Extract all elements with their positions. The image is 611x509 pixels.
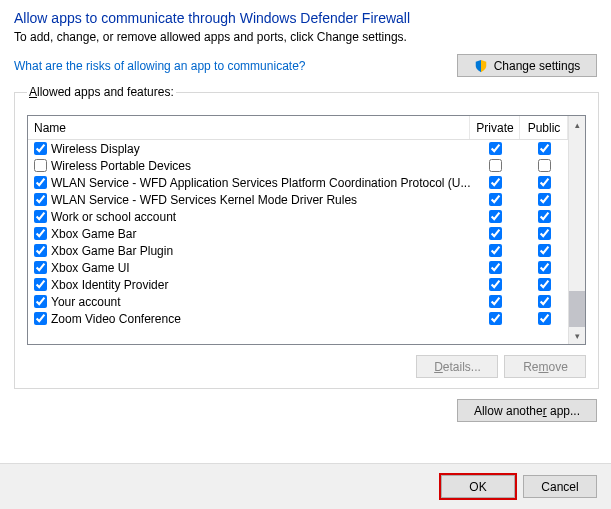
app-private-checkbox[interactable] xyxy=(489,176,502,189)
app-private-checkbox[interactable] xyxy=(489,261,502,274)
list-item[interactable]: WLAN Service - WFD Application Services … xyxy=(28,174,568,191)
app-public-checkbox[interactable] xyxy=(538,295,551,308)
list-item[interactable]: Xbox Game Bar xyxy=(28,225,568,242)
app-private-checkbox[interactable] xyxy=(489,295,502,308)
app-allowed-checkbox[interactable] xyxy=(34,210,47,223)
remove-label: Remove xyxy=(523,360,568,374)
list-item[interactable]: Zoom Video Conference xyxy=(28,310,568,327)
allow-another-label: Allow another app... xyxy=(474,404,580,418)
scroll-up-button[interactable]: ▴ xyxy=(569,116,585,133)
app-private-checkbox[interactable] xyxy=(489,278,502,291)
app-public-checkbox[interactable] xyxy=(538,227,551,240)
app-name-label: WLAN Service - WFD Services Kernel Mode … xyxy=(51,193,470,207)
app-public-checkbox[interactable] xyxy=(538,176,551,189)
app-name-label: WLAN Service - WFD Application Services … xyxy=(51,176,470,190)
app-allowed-checkbox[interactable] xyxy=(34,278,47,291)
list-item[interactable]: WLAN Service - WFD Services Kernel Mode … xyxy=(28,191,568,208)
app-public-checkbox[interactable] xyxy=(538,193,551,206)
app-allowed-checkbox[interactable] xyxy=(34,244,47,257)
details-label: Details... xyxy=(434,360,481,374)
app-public-checkbox[interactable] xyxy=(538,261,551,274)
shield-icon xyxy=(474,59,488,73)
app-public-checkbox[interactable] xyxy=(538,210,551,223)
scroll-thumb[interactable] xyxy=(569,291,585,327)
scroll-down-button[interactable]: ▾ xyxy=(569,327,585,344)
remove-button[interactable]: Remove xyxy=(504,355,586,378)
list-item[interactable]: Xbox Game UI xyxy=(28,259,568,276)
app-allowed-checkbox[interactable] xyxy=(34,193,47,206)
apps-list: Name Private Public Wireless DisplayWire… xyxy=(27,115,586,345)
app-name-label: Wireless Portable Devices xyxy=(51,159,470,173)
app-allowed-checkbox[interactable] xyxy=(34,142,47,155)
app-private-checkbox[interactable] xyxy=(489,193,502,206)
list-item[interactable]: Xbox Identity Provider xyxy=(28,276,568,293)
app-name-label: Your account xyxy=(51,295,470,309)
ok-button[interactable]: OK xyxy=(441,475,515,498)
app-name-label: Xbox Game UI xyxy=(51,261,470,275)
allow-another-app-button[interactable]: Allow another app... xyxy=(457,399,597,422)
page-title: Allow apps to communicate through Window… xyxy=(14,10,597,26)
list-item[interactable]: Wireless Portable Devices xyxy=(28,157,568,174)
list-item[interactable]: Wireless Display xyxy=(28,140,568,157)
change-settings-button[interactable]: Change settings xyxy=(457,54,597,77)
app-private-checkbox[interactable] xyxy=(489,210,502,223)
scroll-track[interactable] xyxy=(569,133,585,327)
app-allowed-checkbox[interactable] xyxy=(34,295,47,308)
details-button[interactable]: Details... xyxy=(416,355,498,378)
app-name-label: Xbox Game Bar xyxy=(51,227,470,241)
app-allowed-checkbox[interactable] xyxy=(34,227,47,240)
list-item[interactable]: Xbox Game Bar Plugin xyxy=(28,242,568,259)
column-private[interactable]: Private xyxy=(470,116,520,139)
app-private-checkbox[interactable] xyxy=(489,142,502,155)
app-name-label: Wireless Display xyxy=(51,142,470,156)
app-name-label: Xbox Identity Provider xyxy=(51,278,470,292)
change-settings-label: Change settings xyxy=(494,59,581,73)
app-private-checkbox[interactable] xyxy=(489,244,502,257)
footer-bar: OK Cancel xyxy=(0,463,611,509)
app-public-checkbox[interactable] xyxy=(538,142,551,155)
app-public-checkbox[interactable] xyxy=(538,244,551,257)
column-public[interactable]: Public xyxy=(520,116,568,139)
app-allowed-checkbox[interactable] xyxy=(34,312,47,325)
app-private-checkbox[interactable] xyxy=(489,159,502,172)
app-allowed-checkbox[interactable] xyxy=(34,176,47,189)
app-public-checkbox[interactable] xyxy=(538,278,551,291)
list-header: Name Private Public xyxy=(28,116,568,140)
app-public-checkbox[interactable] xyxy=(538,312,551,325)
app-name-label: Work or school account xyxy=(51,210,470,224)
risks-link[interactable]: What are the risks of allowing an app to… xyxy=(14,59,305,73)
app-allowed-checkbox[interactable] xyxy=(34,159,47,172)
app-private-checkbox[interactable] xyxy=(489,227,502,240)
cancel-button[interactable]: Cancel xyxy=(523,475,597,498)
page-subtitle: To add, change, or remove allowed apps a… xyxy=(14,30,597,44)
app-public-checkbox[interactable] xyxy=(538,159,551,172)
group-legend: Allowed apps and features: xyxy=(27,85,176,99)
app-private-checkbox[interactable] xyxy=(489,312,502,325)
list-item[interactable]: Your account xyxy=(28,293,568,310)
app-allowed-checkbox[interactable] xyxy=(34,261,47,274)
app-name-label: Zoom Video Conference xyxy=(51,312,470,326)
allowed-apps-group: Allowed apps and features: Name Private … xyxy=(14,85,599,389)
column-name[interactable]: Name xyxy=(28,116,470,139)
app-name-label: Xbox Game Bar Plugin xyxy=(51,244,470,258)
vertical-scrollbar[interactable]: ▴ ▾ xyxy=(568,116,585,344)
list-item[interactable]: Work or school account xyxy=(28,208,568,225)
